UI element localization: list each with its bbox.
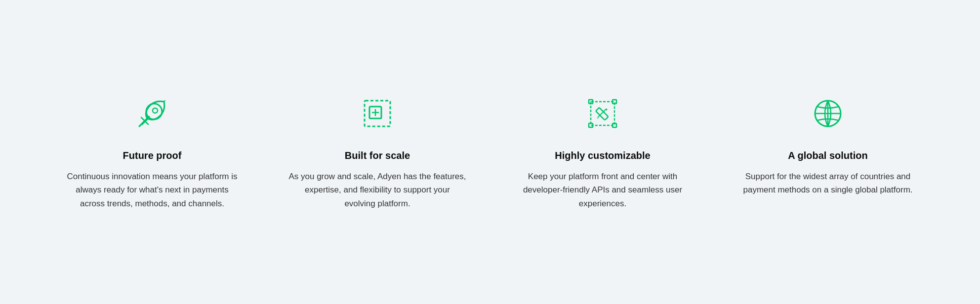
rocket-icon: [132, 94, 172, 133]
feature-card-future-proof: Future proof Continuous innovation means…: [40, 84, 265, 220]
built-for-scale-description: As you grow and scale, Adyen has the fea…: [288, 170, 466, 210]
feature-card-highly-customizable: Highly customizable Keep your platform f…: [490, 84, 715, 220]
feature-card-built-for-scale: Built for scale As you grow and scale, A…: [265, 84, 490, 220]
global-solution-title: A global solution: [788, 149, 867, 162]
features-section: Future proof Continuous innovation means…: [0, 54, 980, 250]
svg-rect-2: [365, 101, 390, 126]
feature-card-global-solution: A global solution Support for the widest…: [715, 84, 940, 206]
svg-rect-8: [612, 100, 616, 104]
svg-point-1: [153, 108, 158, 113]
svg-rect-6: [591, 102, 614, 125]
future-proof-description: Continuous innovation means your platfor…: [63, 170, 241, 210]
scale-icon: [358, 94, 397, 133]
svg-rect-10: [612, 123, 616, 127]
global-solution-description: Support for the widest array of countrie…: [739, 170, 917, 196]
built-for-scale-title: Built for scale: [345, 149, 410, 162]
customize-icon: [583, 94, 622, 133]
highly-customizable-description: Keep your platform front and center with…: [514, 170, 692, 210]
svg-rect-9: [589, 123, 593, 127]
highly-customizable-title: Highly customizable: [555, 149, 650, 162]
globe-icon: [808, 94, 848, 133]
future-proof-title: Future proof: [123, 149, 182, 162]
